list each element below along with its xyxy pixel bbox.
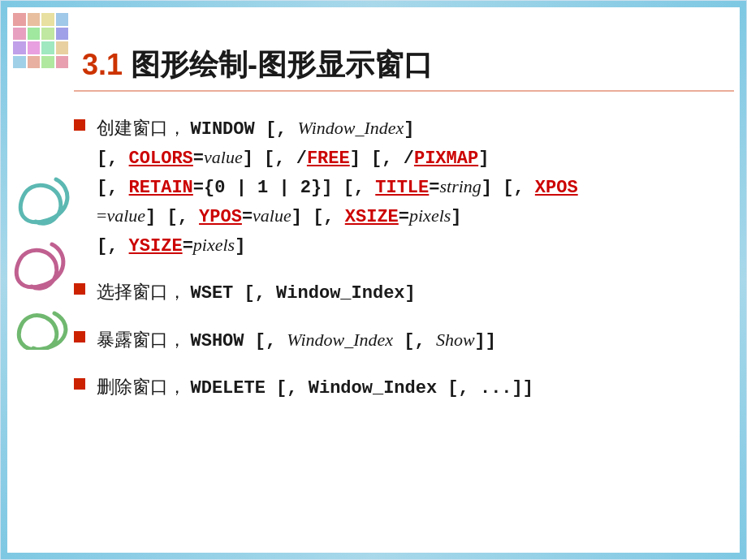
label-delete: 删除窗口，: [97, 377, 186, 397]
param-value-2: value: [106, 205, 145, 226]
swirl-decoration: [7, 163, 72, 350]
keyword-xpos: XPOS: [535, 178, 578, 198]
bullet-create-window: 创建窗口， WINDOW [, Window_Index] [, COLORS=…: [74, 114, 722, 261]
label-create: 创建窗口，: [97, 118, 186, 138]
bullet-text-4: 删除窗口， WDELETE [, Window_Index [, ...]]: [97, 373, 533, 403]
param-window-index-2: Window_Index: [287, 330, 393, 350]
top-border: [1, 1, 746, 7]
grid-cell-1: [28, 13, 41, 26]
param-pixels-1: pixels: [409, 205, 451, 226]
keyword-wdelete: WDELETE [, Window_Index [, ...]]: [191, 378, 533, 398]
param-window-index-1: Window_Index: [298, 118, 404, 138]
left-border: [1, 1, 7, 559]
keyword-xsize: XSIZE: [345, 207, 399, 227]
keyword-pixmap: PIXMAP: [414, 149, 478, 169]
param-string: string: [439, 176, 481, 196]
grid-cell-7: [56, 28, 69, 41]
title-area: 3.1 图形绘制-图形显示窗口: [82, 45, 730, 85]
title-number: 3.1: [82, 48, 123, 81]
grid-cell-9: [28, 41, 41, 54]
grid-cell-14: [41, 56, 54, 69]
keyword-colors-bracket: [,: [97, 149, 129, 169]
title-chinese: 图形绘制-图形显示窗口: [131, 48, 433, 81]
grid-cell-2: [41, 13, 54, 26]
grid-cell-11: [56, 41, 69, 54]
bullet-select-window: 选择窗口， WSET [, Window_Index]: [74, 278, 722, 308]
keyword-ysize-bracket: [,: [97, 236, 129, 256]
keyword-window: WINDOW [,: [191, 119, 298, 140]
keyword-wset: WSET [, Window_Index]: [191, 283, 416, 304]
bullet-marker-1: [74, 119, 85, 131]
keyword-wshow: WSHOW [,: [191, 331, 287, 351]
bullet-expose-window: 暴露窗口， WSHOW [, Window_Index [, Show]]: [74, 326, 722, 355]
keyword-colors: COLORS: [129, 149, 193, 169]
bullet-text-2: 选择窗口， WSET [, Window_Index]: [97, 278, 416, 308]
param-show: Show: [436, 330, 475, 350]
grid-cell-5: [28, 28, 41, 41]
param-value-1: value: [204, 147, 243, 167]
grid-cell-8: [13, 41, 26, 54]
grid-cell-3: [56, 13, 69, 26]
grid-cell-10: [41, 41, 54, 54]
label-select: 选择窗口，: [97, 282, 186, 302]
bullet-marker-3: [74, 331, 85, 342]
grid-cell-13: [28, 56, 41, 69]
bullet-text-3: 暴露窗口， WSHOW [, Window_Index [, Show]]: [97, 326, 496, 355]
keyword-title: TITLE: [375, 178, 429, 198]
content-area: 创建窗口， WINDOW [, Window_Index] [, COLORS=…: [74, 114, 722, 420]
bottom-border: [1, 553, 746, 559]
grid-cell-4: [13, 28, 26, 41]
label-expose: 暴露窗口，: [97, 330, 186, 350]
grid-cell-15: [56, 56, 69, 69]
bullet-marker-4: [74, 378, 85, 390]
keyword-ypos: YPOS: [199, 207, 242, 227]
grid-cell-12: [13, 56, 26, 69]
keyword-retain: RETAIN: [129, 178, 193, 198]
grid-cell-6: [41, 28, 54, 41]
grid-cell-0: [13, 13, 26, 26]
slide: 3.1 图形绘制-图形显示窗口 创建窗口， WINDOW [, Window_I…: [0, 0, 747, 560]
param-pixels-2: pixels: [193, 235, 235, 255]
right-border: [740, 1, 746, 559]
title-divider: [74, 90, 734, 92]
logo-grid: [13, 13, 70, 70]
param-value-3: value: [253, 205, 291, 226]
bullet-text-1: 创建窗口， WINDOW [, Window_Index] [, COLORS=…: [97, 114, 578, 261]
keyword-retain-bracket: [,: [97, 178, 129, 198]
bullet-delete-window: 删除窗口， WDELETE [, Window_Index [, ...]]: [74, 373, 722, 403]
slide-title: 3.1 图形绘制-图形显示窗口: [82, 45, 730, 85]
keyword-free: FREE: [307, 149, 350, 169]
bullet-marker-2: [74, 283, 85, 295]
keyword-ysize: YSIZE: [129, 236, 183, 256]
